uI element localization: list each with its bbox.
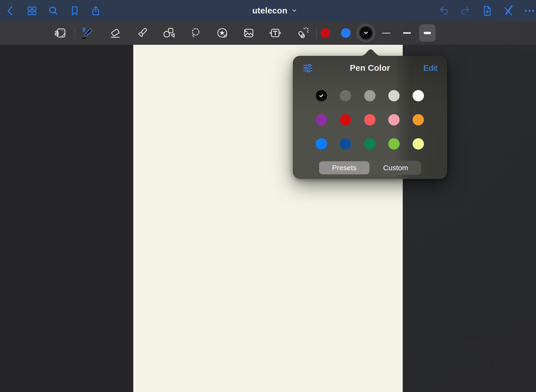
- edit-button[interactable]: Edit: [423, 56, 437, 80]
- swatch-circle: [360, 27, 372, 39]
- pen-off-button[interactable]: [502, 5, 514, 17]
- top-navigation-bar: utelecon: [0, 0, 536, 21]
- add-page-icon: [481, 5, 493, 17]
- pen-color-swatch-purple[interactable]: [316, 114, 327, 125]
- pen-tool-icon: [81, 25, 94, 41]
- canvas-background-left: [0, 45, 133, 392]
- eraser-icon: [109, 27, 121, 39]
- bookmark-button[interactable]: [69, 5, 80, 17]
- stroke-width-thin[interactable]: [382, 33, 390, 33]
- tool-sticker[interactable]: [215, 26, 229, 40]
- pen-color-swatch-navy[interactable]: [340, 138, 351, 150]
- pen-color-swatch-pink[interactable]: [388, 114, 400, 125]
- bookmark-icon: [69, 5, 80, 17]
- pen-color-swatch-black-selected[interactable]: [316, 90, 327, 101]
- chevron-down-icon: [363, 30, 369, 36]
- tool-text[interactable]: [268, 26, 282, 40]
- tool-lasso[interactable]: [189, 26, 202, 40]
- add-page-button[interactable]: [481, 5, 493, 17]
- toolbar-swatch-red[interactable]: [321, 28, 330, 38]
- share-button[interactable]: [90, 5, 101, 17]
- back-button[interactable]: [5, 5, 16, 17]
- tool-shapes[interactable]: [162, 26, 175, 40]
- undo-button[interactable]: [438, 5, 450, 17]
- search-icon: [48, 5, 59, 17]
- star-icon: [220, 31, 224, 35]
- pen-color-swatch-coral[interactable]: [364, 114, 375, 125]
- toolbar-divider: [316, 27, 317, 39]
- laser-pointer-icon: [296, 27, 309, 39]
- tab-presets[interactable]: Presets: [319, 161, 370, 175]
- pen-color-swatch-light-gray[interactable]: [388, 90, 400, 101]
- bluetooth-icon: [83, 27, 85, 32]
- pen-color-popover: Pen Color Edit Presets Custom: [293, 56, 447, 179]
- pen-color-swatch-red[interactable]: [340, 114, 351, 125]
- redo-button[interactable]: [459, 5, 471, 17]
- check-icon: [318, 93, 324, 98]
- tool-eraser[interactable]: [108, 26, 122, 40]
- stroke-width-medium[interactable]: [403, 32, 411, 34]
- page-title: utelecon: [252, 6, 288, 15]
- more-options-button[interactable]: [524, 5, 535, 17]
- stroke-width-thick[interactable]: [424, 32, 431, 34]
- sliders-button[interactable]: [302, 62, 314, 74]
- document-title-button[interactable]: utelecon: [231, 0, 318, 21]
- sparkle-icon: [304, 27, 309, 33]
- image-icon: [242, 27, 255, 39]
- drawing-toolbar: a: [0, 21, 536, 45]
- share-icon: [90, 5, 101, 17]
- undo-icon: [438, 5, 450, 17]
- page-grid-button[interactable]: [26, 5, 38, 17]
- redo-icon: [459, 5, 471, 17]
- shapes-icon: [162, 27, 175, 39]
- tool-image[interactable]: [242, 26, 255, 40]
- pen-off-icon: [502, 5, 514, 17]
- toolbar-divider: [74, 27, 75, 39]
- tab-custom[interactable]: Custom: [370, 161, 421, 175]
- pen-color-swatch-gray[interactable]: [364, 90, 375, 101]
- pen-color-swatch-blue[interactable]: [316, 138, 327, 150]
- page-grid-icon: [26, 5, 38, 17]
- pen-color-swatch-white[interactable]: [413, 90, 424, 101]
- zoom-window-icon: a: [54, 27, 67, 39]
- back-icon: [5, 5, 16, 17]
- title-chevron-down-icon: [291, 8, 297, 13]
- search-button[interactable]: [48, 5, 59, 17]
- pen-color-swatch-green[interactable]: [364, 138, 375, 150]
- ellipsis-icon: [524, 5, 535, 17]
- toolbar-swatch-blue[interactable]: [341, 28, 351, 38]
- toolbar-swatch-black-selected[interactable]: [356, 24, 375, 42]
- tool-pen-selected[interactable]: [81, 26, 94, 40]
- tool-laser-pointer[interactable]: [296, 26, 309, 40]
- pen-color-swatch-yellow[interactable]: [413, 138, 424, 150]
- pen-color-swatch-dark-gray[interactable]: [340, 90, 351, 101]
- sticker-icon: [216, 27, 228, 39]
- svg-text:a: a: [54, 28, 59, 37]
- lasso-icon: [189, 27, 202, 39]
- app-screen: utelecon a: [0, 0, 536, 392]
- pen-color-swatch-lime[interactable]: [388, 138, 400, 150]
- presets-custom-segmented-control: Presets Custom: [319, 161, 421, 175]
- highlighter-icon: [136, 27, 148, 39]
- tool-highlighter[interactable]: [135, 26, 149, 40]
- popover-arrow: [360, 49, 382, 56]
- tool-zoom-window[interactable]: a: [54, 26, 67, 40]
- pen-color-swatch-orange[interactable]: [413, 114, 424, 125]
- popover-header: Pen Color Edit: [293, 56, 447, 80]
- text-icon: [269, 27, 281, 39]
